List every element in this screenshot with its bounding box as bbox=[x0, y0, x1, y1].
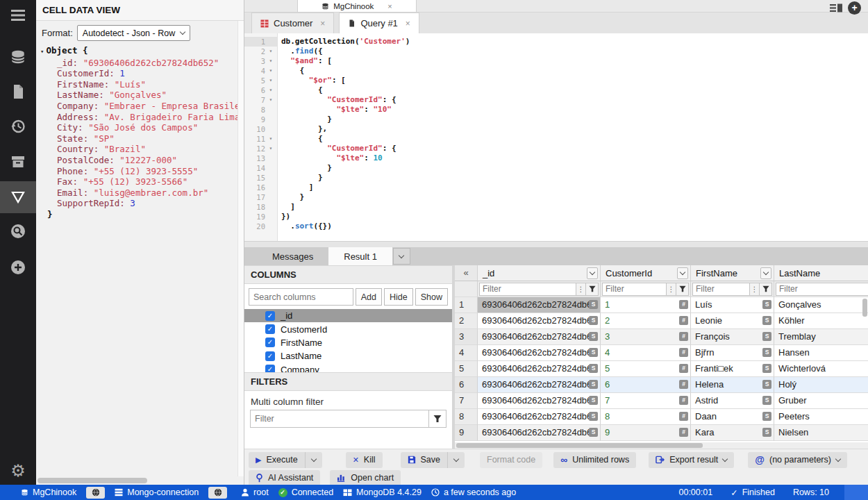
grid-collapse-button[interactable]: « bbox=[455, 265, 478, 281]
grid-cell-_id[interactable]: 69306406d262cb27824db65S bbox=[478, 345, 601, 361]
status-connection[interactable]: MgChinook bbox=[21, 488, 76, 497]
grid-cell-FirstName[interactable]: LuísS bbox=[691, 297, 774, 313]
grid-cell-FirstName[interactable]: FrançoisS bbox=[691, 329, 774, 345]
table-row[interactable]: 169306406d262cb27824db65S1#LuísSGonçalve… bbox=[455, 297, 868, 313]
fold-arrow-icon[interactable]: ▾ bbox=[265, 85, 276, 95]
grid-cell-CustomerId[interactable]: 7# bbox=[601, 393, 691, 409]
grid-cell-CustomerId[interactable]: 1# bbox=[601, 297, 691, 313]
grid-cell-_id[interactable]: 69306406d262cb27824db65S bbox=[478, 393, 601, 409]
grid-cell-LastName[interactable]: KöhlerS bbox=[774, 313, 868, 329]
splitter[interactable] bbox=[244, 241, 868, 247]
fold-arrow-icon[interactable]: ▾ bbox=[265, 76, 276, 85]
close-icon[interactable]: × bbox=[320, 19, 325, 28]
grid-cell-FirstName[interactable]: LeonieS bbox=[691, 313, 774, 329]
settings-gear-icon[interactable]: ⚙ bbox=[0, 462, 36, 479]
filter-options-button[interactable]: ⋮ bbox=[667, 283, 676, 296]
grid-cell-FirstName[interactable]: KaraS bbox=[691, 425, 774, 441]
column-header-LastName[interactable]: LastName bbox=[774, 265, 868, 281]
fold-arrow-icon[interactable]: ▾ bbox=[265, 95, 276, 105]
grid-cell-LastName[interactable]: GonçalvesS bbox=[774, 297, 868, 313]
grid-cell-LastName[interactable]: HansenS bbox=[774, 345, 868, 361]
hide-button[interactable]: Hide bbox=[384, 288, 413, 306]
globe-button[interactable] bbox=[86, 487, 105, 499]
checkbox-checked[interactable]: ✓ bbox=[265, 351, 275, 361]
close-icon[interactable]: × bbox=[406, 19, 410, 28]
grid-cell-LastName[interactable]: HolýS bbox=[774, 377, 868, 393]
grid-horizontal-scrollbar[interactable] bbox=[455, 442, 868, 449]
grid-cell-LastName[interactable]: GruberS bbox=[774, 393, 868, 409]
table-row[interactable]: 969306406d262cb27824db65S9#KaraSNielsenS bbox=[455, 425, 868, 441]
history-icon[interactable] bbox=[0, 111, 36, 142]
grid-cell-FirstName[interactable]: DaanS bbox=[691, 409, 774, 425]
close-icon[interactable]: × bbox=[387, 2, 392, 10]
filter-funnel-button[interactable] bbox=[429, 410, 446, 428]
grid-cell-LastName[interactable]: NielsenS bbox=[774, 425, 868, 441]
execute-dropdown-button[interactable] bbox=[306, 452, 322, 468]
archive-icon[interactable] bbox=[0, 147, 36, 177]
grid-filter-input[interactable] bbox=[602, 283, 667, 296]
fold-arrow-icon[interactable]: ▾ bbox=[265, 47, 276, 56]
grid-cell-CustomerId[interactable]: 8# bbox=[601, 409, 691, 425]
filter-funnel-icon[interactable] bbox=[0, 181, 36, 213]
status-server[interactable]: Mongo-connection bbox=[115, 488, 199, 497]
document-icon[interactable] bbox=[0, 76, 36, 107]
grid-cell-_id[interactable]: 69306406d262cb27824db65S bbox=[478, 329, 601, 345]
collapse-arrow-icon[interactable]: ▾ bbox=[40, 48, 44, 55]
grid-cell-_id[interactable]: 69306406d262cb27824db65S bbox=[478, 313, 601, 329]
show-button[interactable]: Show bbox=[415, 288, 448, 306]
column-header-CustomerId[interactable]: CustomerId bbox=[601, 265, 691, 281]
grid-cell-LastName[interactable]: PeetersS bbox=[774, 409, 868, 425]
search-icon[interactable] bbox=[0, 216, 36, 247]
table-row[interactable]: 369306406d262cb27824db65S3#FrançoisSTrem… bbox=[455, 329, 868, 345]
menu-icon[interactable] bbox=[0, 0, 36, 31]
export-result-button[interactable]: Export result bbox=[649, 452, 734, 468]
checkbox-checked[interactable]: ✓ bbox=[265, 365, 275, 372]
unlimited-rows-button[interactable]: ∞Unlimited rows bbox=[553, 452, 636, 468]
format-select[interactable]: Autodetect - Json - Row bbox=[77, 25, 190, 41]
column-list-item[interactable]: ✓Company bbox=[244, 363, 452, 372]
fold-arrow-icon[interactable]: ▾ bbox=[265, 144, 276, 153]
grid-cell-CustomerId[interactable]: 5# bbox=[601, 361, 691, 377]
grid-cell-CustomerId[interactable]: 9# bbox=[601, 425, 691, 441]
grid-cell-LastName[interactable]: WichterlováS bbox=[774, 361, 868, 377]
panel-layout-icon[interactable] bbox=[830, 3, 843, 12]
grid-cell-LastName[interactable]: TremblayS bbox=[774, 329, 868, 345]
fold-arrow-icon[interactable]: ▾ bbox=[265, 56, 276, 66]
grid-cell-FirstName[interactable]: HelenaS bbox=[691, 377, 774, 393]
connection-tab[interactable]: MgChinook × bbox=[297, 0, 417, 12]
scrollbar-thumb[interactable] bbox=[37, 478, 147, 483]
column-menu-button[interactable] bbox=[677, 267, 688, 279]
filter-options-button[interactable]: ⋮ bbox=[576, 283, 586, 296]
grid-filter-input[interactable] bbox=[479, 283, 576, 296]
grid-cell-CustomerId[interactable]: 4# bbox=[601, 345, 691, 361]
add-icon[interactable] bbox=[0, 252, 36, 283]
column-menu-button[interactable] bbox=[587, 267, 598, 279]
grid-cell-_id[interactable]: 69306406d262cb27824db65S bbox=[478, 425, 601, 441]
grid-cell-FirstName[interactable]: Franti□ekS bbox=[691, 361, 774, 377]
tab-result-1[interactable]: Result 1 bbox=[328, 247, 392, 265]
multi-column-filter-input[interactable] bbox=[250, 410, 429, 428]
filter-options-button[interactable]: ⋮ bbox=[750, 283, 760, 296]
ai-assistant-button[interactable]: AI Assistant bbox=[249, 470, 320, 486]
grid-cell-FirstName[interactable]: BjřrnS bbox=[691, 345, 774, 361]
scrollbar-thumb[interactable] bbox=[456, 443, 703, 448]
table-row[interactable]: 669306406d262cb27824db65S6#HelenaSHolýS bbox=[455, 377, 868, 393]
checkbox-checked[interactable]: ✓ bbox=[265, 338, 275, 347]
new-tab-button[interactable]: + bbox=[848, 1, 861, 15]
filter-funnel-button[interactable] bbox=[586, 283, 599, 296]
column-list-item[interactable]: ✓_id bbox=[244, 309, 452, 322]
grid-vertical-scrollbar[interactable] bbox=[862, 299, 867, 317]
status-user[interactable]: root bbox=[241, 488, 269, 497]
save-button[interactable]: Save bbox=[401, 452, 449, 468]
table-row[interactable]: 469306406d262cb27824db65S4#BjřrnSHansenS bbox=[455, 345, 868, 361]
add-button[interactable]: Add bbox=[356, 288, 382, 306]
query-editor[interactable]: 12▾3▾4▾5▾6▾7▾891011▾12▾1314151617181920 … bbox=[244, 33, 868, 241]
grid-cell-_id[interactable]: 69306406d262cb27824db65S bbox=[478, 297, 601, 313]
save-dropdown-button[interactable] bbox=[448, 452, 465, 468]
column-list-item[interactable]: ✓CustomerId bbox=[244, 322, 452, 335]
column-header-_id[interactable]: _id bbox=[478, 265, 601, 281]
table-row[interactable]: 769306406d262cb27824db65S7#AstridSGruber… bbox=[455, 393, 868, 409]
result-tabs-dropdown[interactable] bbox=[393, 248, 410, 265]
fold-arrow-icon[interactable]: ▾ bbox=[265, 134, 276, 144]
grid-cell-CustomerId[interactable]: 6# bbox=[601, 377, 691, 393]
